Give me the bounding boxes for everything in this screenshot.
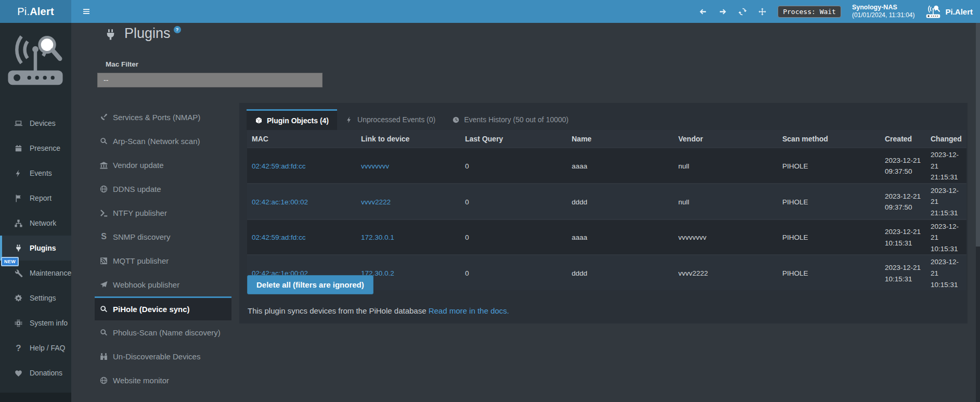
plugin-nav-label: DDNS update bbox=[113, 185, 161, 193]
plugin-description-text: This plugin syncs devices from the PiHol… bbox=[248, 306, 429, 315]
cell-vendor: null bbox=[674, 148, 778, 184]
table-row: 02:42:59:ad:fd:cc172.30.0.10aaaavvvvvvvv… bbox=[247, 219, 966, 255]
globe-icon bbox=[99, 185, 108, 193]
sidebar-item-help-faq[interactable]: ?Help / FAQ bbox=[0, 335, 71, 360]
changed-line: 10:15:31 bbox=[931, 279, 964, 291]
brand-prefix: Pi. bbox=[17, 6, 30, 17]
gear-icon bbox=[14, 294, 23, 303]
host-info: Synology-NAS (01/01/2024, 11:31:04) bbox=[852, 4, 915, 20]
sidebar-menu: DevicesPresenceEventsReportNetworkPlugin… bbox=[0, 111, 71, 385]
device-link[interactable]: 172.30.0.1 bbox=[361, 234, 394, 241]
sidebar-item-label: Donations bbox=[30, 369, 62, 377]
pialert-app: { "header": { "brand_prefix": "Pi.", "br… bbox=[0, 0, 980, 402]
tab-label: Plugin Objects (4) bbox=[267, 116, 329, 125]
page-scrollbar[interactable] bbox=[976, 23, 980, 402]
cell-vendor: vvvvvvvv bbox=[674, 219, 778, 255]
plugin-nav-label: Website monitor bbox=[113, 376, 169, 385]
plugin-nav-item-un-discoverable-devices[interactable]: Un-Discoverable Devices bbox=[95, 344, 231, 368]
plugin-nav-item-pihole-device-sync[interactable]: PiHole (Device sync) bbox=[95, 296, 231, 320]
cell-changed: 2023-12-2121:15:31 bbox=[926, 184, 966, 219]
satellite-dish-icon bbox=[99, 113, 108, 122]
plugin-nav-item-ddns-update[interactable]: DDNS update bbox=[95, 177, 231, 201]
tab-label: Events History (50 out of 10000) bbox=[464, 115, 569, 124]
move-button[interactable] bbox=[758, 7, 767, 16]
plugin-nav-item-arp-scan-network-scan[interactable]: Arp-Scan (Network scan) bbox=[95, 129, 231, 153]
cell-last-query: 0 bbox=[460, 184, 567, 219]
sidebar-item-settings[interactable]: Settings bbox=[0, 286, 71, 310]
device-link[interactable]: vvvvvvvv bbox=[361, 162, 389, 170]
plug-icon bbox=[14, 244, 23, 253]
host-name: Synology-NAS bbox=[852, 4, 915, 12]
tab-events-history-50-out-of-10000[interactable]: Events History (50 out of 10000) bbox=[444, 109, 577, 130]
sidebar-item-label: Plugins bbox=[30, 244, 56, 252]
sidebar-item-system-info[interactable]: System info bbox=[0, 310, 71, 335]
cell-created: 2023-12-2110:15:31 bbox=[880, 219, 926, 255]
chip-icon bbox=[14, 319, 23, 328]
nav-back-button[interactable] bbox=[699, 7, 707, 16]
wrench-icon bbox=[14, 269, 23, 278]
sidebar-item-report[interactable]: Report bbox=[0, 186, 71, 211]
plugin-nav: Services & Ports (NMAP)Arp-Scan (Network… bbox=[95, 105, 231, 392]
tab-unprocessed-events-0[interactable]: Unprocessed Events (0) bbox=[337, 109, 444, 130]
sidebar-item-label: Report bbox=[30, 194, 51, 202]
sidebar-item-label: Settings bbox=[30, 294, 56, 302]
device-link[interactable]: vvvv2222 bbox=[361, 198, 391, 206]
help-badge[interactable]: ? bbox=[174, 26, 181, 33]
cell-created: 2023-12-2110:15:31 bbox=[880, 255, 926, 290]
plug-icon bbox=[104, 27, 118, 43]
mac-filter-input[interactable] bbox=[97, 73, 323, 87]
sidebar-item-label: Events bbox=[30, 169, 52, 177]
plugin-nav-label: SNMP discovery bbox=[113, 232, 171, 241]
mac-link[interactable]: 02:42:59:ad:fd:cc bbox=[252, 162, 306, 170]
table-row: 02:42:ac:1e:00:02vvvv22220ddddnullPIHOLE… bbox=[247, 184, 966, 219]
bolt-icon bbox=[345, 116, 353, 124]
mac-link[interactable]: 02:42:59:ad:fd:cc bbox=[252, 234, 306, 241]
plugin-nav-label: PiHole (Device sync) bbox=[113, 305, 190, 314]
brand-suffix: Alert bbox=[30, 6, 54, 17]
nav-forward-button[interactable] bbox=[718, 7, 727, 16]
sitemap-icon bbox=[14, 219, 23, 228]
changed-line: 2023-12-21 bbox=[931, 256, 964, 279]
read-docs-link[interactable]: Read more in the docs. bbox=[429, 306, 509, 315]
sidebar: DevicesPresenceEventsReportNetworkPlugin… bbox=[0, 23, 71, 393]
sidebar-item-presence[interactable]: Presence bbox=[0, 136, 71, 161]
hamburger-icon bbox=[82, 7, 91, 16]
created-line: 09:37:50 bbox=[885, 166, 924, 177]
scrollbar-thumb[interactable] bbox=[976, 23, 980, 247]
plugin-nav-item-webhook-publisher[interactable]: Webhook publisher bbox=[95, 273, 231, 296]
sidebar-item-events[interactable]: Events bbox=[0, 161, 71, 186]
plugin-nav-item-services-ports-nmap[interactable]: Services & Ports (NMAP) bbox=[95, 105, 231, 129]
plugin-nav-item-snmp-discovery[interactable]: SSNMP discovery bbox=[95, 225, 231, 249]
host-timestamp: (01/01/2024, 11:31:04) bbox=[852, 11, 915, 19]
new-badge: NEW bbox=[1, 257, 19, 266]
column-header-scan-method: Scan method bbox=[778, 130, 880, 148]
process-status-badge: Process: Wait bbox=[778, 6, 841, 18]
sidebar-toggle-button[interactable] bbox=[77, 0, 96, 23]
table-body: 02:42:59:ad:fd:ccvvvvvvvv0aaaanullPIHOLE… bbox=[247, 148, 966, 290]
mac-link[interactable]: 02:42:ac:1e:00:02 bbox=[252, 198, 308, 206]
header-brand-text: Pi.Alert bbox=[945, 7, 973, 16]
cube-icon bbox=[255, 116, 263, 124]
plugin-nav-label: NTFY publisher bbox=[113, 209, 167, 217]
table-row: 02:42:59:ad:fd:ccvvvvvvvv0aaaanullPIHOLE… bbox=[247, 148, 966, 184]
plugin-objects-table-wrap: MACLink to deviceLast QueryNameVendorSca… bbox=[247, 130, 966, 290]
cell-name: aaaa bbox=[567, 219, 674, 255]
plugin-nav-item-ntfy-publisher[interactable]: NTFY publisher bbox=[95, 201, 231, 225]
plugin-nav-item-vendor-update[interactable]: Vendor update bbox=[95, 153, 231, 177]
cell-name: dddd bbox=[567, 255, 674, 290]
changed-line: 21:15:31 bbox=[931, 208, 964, 219]
sidebar-item-maintenance[interactable]: MaintenanceNEW bbox=[0, 261, 71, 286]
refresh-button[interactable] bbox=[738, 7, 747, 16]
sidebar-item-network[interactable]: Network bbox=[0, 211, 71, 236]
brand-logo[interactable]: Pi.Alert bbox=[0, 0, 71, 23]
plugin-nav-item-mqtt-publisher[interactable]: MQTT publisher bbox=[95, 249, 231, 273]
cell-last-query: 0 bbox=[460, 148, 567, 184]
sidebar-item-donations[interactable]: Donations bbox=[0, 360, 71, 385]
delete-all-button[interactable]: Delete all (filters are ignored) bbox=[247, 275, 373, 294]
sidebar-item-devices[interactable]: Devices bbox=[0, 111, 71, 136]
column-header-name: Name bbox=[567, 130, 674, 148]
cell-mac: 02:42:ac:1e:00:02 bbox=[247, 184, 356, 219]
plugin-nav-item-website-monitor[interactable]: Website monitor bbox=[95, 368, 231, 392]
tab-plugin-objects-4[interactable]: Plugin Objects (4) bbox=[247, 109, 337, 130]
plugin-nav-item-pholus-scan-name-discovery[interactable]: Pholus-Scan (Name discovery) bbox=[95, 320, 231, 344]
